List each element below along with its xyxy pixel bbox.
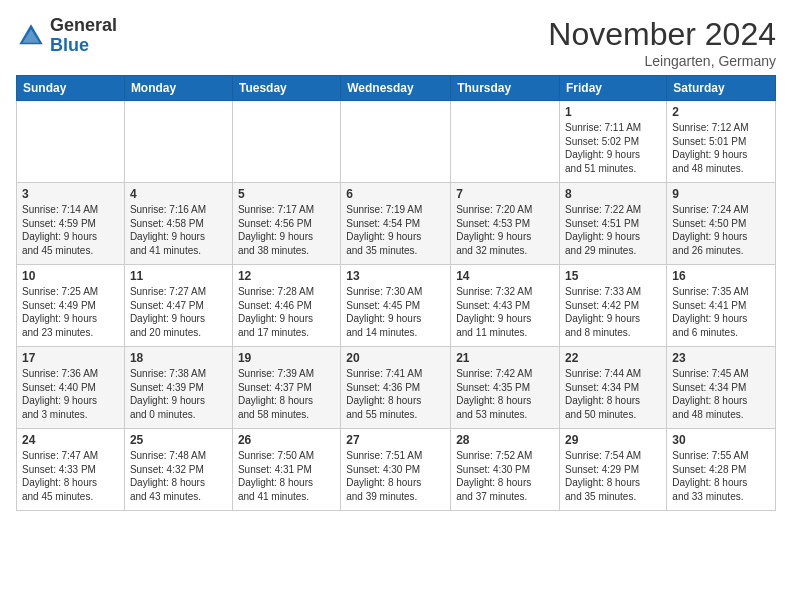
weekday-header-tuesday: Tuesday [232,76,340,101]
calendar-cell [232,101,340,183]
calendar-cell [341,101,451,183]
cell-content: Sunrise: 7:48 AM Sunset: 4:32 PM Dayligh… [130,449,227,503]
day-number: 20 [346,351,445,365]
day-number: 13 [346,269,445,283]
cell-content: Sunrise: 7:44 AM Sunset: 4:34 PM Dayligh… [565,367,661,421]
logo: General Blue [16,16,117,56]
calendar-cell: 12Sunrise: 7:28 AM Sunset: 4:46 PM Dayli… [232,265,340,347]
calendar-cell: 4Sunrise: 7:16 AM Sunset: 4:58 PM Daylig… [124,183,232,265]
calendar-body: 1Sunrise: 7:11 AM Sunset: 5:02 PM Daylig… [17,101,776,511]
calendar-cell [17,101,125,183]
day-number: 3 [22,187,119,201]
day-number: 28 [456,433,554,447]
cell-content: Sunrise: 7:33 AM Sunset: 4:42 PM Dayligh… [565,285,661,339]
calendar-cell: 25Sunrise: 7:48 AM Sunset: 4:32 PM Dayli… [124,429,232,511]
cell-content: Sunrise: 7:11 AM Sunset: 5:02 PM Dayligh… [565,121,661,175]
day-number: 9 [672,187,770,201]
calendar-header: SundayMondayTuesdayWednesdayThursdayFrid… [17,76,776,101]
weekday-header-thursday: Thursday [451,76,560,101]
cell-content: Sunrise: 7:54 AM Sunset: 4:29 PM Dayligh… [565,449,661,503]
day-number: 2 [672,105,770,119]
weekday-header-monday: Monday [124,76,232,101]
calendar-week-3: 10Sunrise: 7:25 AM Sunset: 4:49 PM Dayli… [17,265,776,347]
calendar-cell: 16Sunrise: 7:35 AM Sunset: 4:41 PM Dayli… [667,265,776,347]
calendar-cell [124,101,232,183]
day-number: 19 [238,351,335,365]
day-number: 21 [456,351,554,365]
calendar-cell: 21Sunrise: 7:42 AM Sunset: 4:35 PM Dayli… [451,347,560,429]
cell-content: Sunrise: 7:22 AM Sunset: 4:51 PM Dayligh… [565,203,661,257]
location: Leingarten, Germany [548,53,776,69]
calendar-cell: 23Sunrise: 7:45 AM Sunset: 4:34 PM Dayli… [667,347,776,429]
logo-blue: Blue [50,36,117,56]
page-container: General Blue November 2024 Leingarten, G… [0,0,792,519]
title-area: November 2024 Leingarten, Germany [548,16,776,69]
day-number: 29 [565,433,661,447]
cell-content: Sunrise: 7:25 AM Sunset: 4:49 PM Dayligh… [22,285,119,339]
day-number: 10 [22,269,119,283]
cell-content: Sunrise: 7:20 AM Sunset: 4:53 PM Dayligh… [456,203,554,257]
day-number: 24 [22,433,119,447]
calendar-cell: 17Sunrise: 7:36 AM Sunset: 4:40 PM Dayli… [17,347,125,429]
calendar-cell: 20Sunrise: 7:41 AM Sunset: 4:36 PM Dayli… [341,347,451,429]
cell-content: Sunrise: 7:50 AM Sunset: 4:31 PM Dayligh… [238,449,335,503]
calendar-cell: 14Sunrise: 7:32 AM Sunset: 4:43 PM Dayli… [451,265,560,347]
day-number: 5 [238,187,335,201]
logo-icon [16,21,46,51]
calendar-cell: 18Sunrise: 7:38 AM Sunset: 4:39 PM Dayli… [124,347,232,429]
calendar-cell: 7Sunrise: 7:20 AM Sunset: 4:53 PM Daylig… [451,183,560,265]
cell-content: Sunrise: 7:35 AM Sunset: 4:41 PM Dayligh… [672,285,770,339]
day-number: 4 [130,187,227,201]
calendar-cell: 27Sunrise: 7:51 AM Sunset: 4:30 PM Dayli… [341,429,451,511]
calendar-cell: 26Sunrise: 7:50 AM Sunset: 4:31 PM Dayli… [232,429,340,511]
calendar-cell: 5Sunrise: 7:17 AM Sunset: 4:56 PM Daylig… [232,183,340,265]
day-number: 23 [672,351,770,365]
cell-content: Sunrise: 7:30 AM Sunset: 4:45 PM Dayligh… [346,285,445,339]
day-number: 27 [346,433,445,447]
cell-content: Sunrise: 7:32 AM Sunset: 4:43 PM Dayligh… [456,285,554,339]
calendar-cell: 15Sunrise: 7:33 AM Sunset: 4:42 PM Dayli… [560,265,667,347]
day-number: 12 [238,269,335,283]
day-number: 18 [130,351,227,365]
calendar-week-1: 1Sunrise: 7:11 AM Sunset: 5:02 PM Daylig… [17,101,776,183]
calendar-cell: 8Sunrise: 7:22 AM Sunset: 4:51 PM Daylig… [560,183,667,265]
calendar-cell: 6Sunrise: 7:19 AM Sunset: 4:54 PM Daylig… [341,183,451,265]
day-number: 30 [672,433,770,447]
calendar-cell: 11Sunrise: 7:27 AM Sunset: 4:47 PM Dayli… [124,265,232,347]
day-number: 14 [456,269,554,283]
cell-content: Sunrise: 7:17 AM Sunset: 4:56 PM Dayligh… [238,203,335,257]
logo-text: General Blue [50,16,117,56]
cell-content: Sunrise: 7:51 AM Sunset: 4:30 PM Dayligh… [346,449,445,503]
calendar-cell [451,101,560,183]
weekday-header-saturday: Saturday [667,76,776,101]
cell-content: Sunrise: 7:14 AM Sunset: 4:59 PM Dayligh… [22,203,119,257]
calendar-cell: 28Sunrise: 7:52 AM Sunset: 4:30 PM Dayli… [451,429,560,511]
cell-content: Sunrise: 7:12 AM Sunset: 5:01 PM Dayligh… [672,121,770,175]
calendar-cell: 24Sunrise: 7:47 AM Sunset: 4:33 PM Dayli… [17,429,125,511]
calendar-cell: 22Sunrise: 7:44 AM Sunset: 4:34 PM Dayli… [560,347,667,429]
calendar-cell: 3Sunrise: 7:14 AM Sunset: 4:59 PM Daylig… [17,183,125,265]
header: General Blue November 2024 Leingarten, G… [16,16,776,69]
calendar-cell: 9Sunrise: 7:24 AM Sunset: 4:50 PM Daylig… [667,183,776,265]
weekday-header-sunday: Sunday [17,76,125,101]
cell-content: Sunrise: 7:36 AM Sunset: 4:40 PM Dayligh… [22,367,119,421]
day-number: 15 [565,269,661,283]
weekday-row: SundayMondayTuesdayWednesdayThursdayFrid… [17,76,776,101]
day-number: 8 [565,187,661,201]
calendar-week-4: 17Sunrise: 7:36 AM Sunset: 4:40 PM Dayli… [17,347,776,429]
calendar: SundayMondayTuesdayWednesdayThursdayFrid… [16,75,776,511]
day-number: 17 [22,351,119,365]
calendar-cell: 2Sunrise: 7:12 AM Sunset: 5:01 PM Daylig… [667,101,776,183]
cell-content: Sunrise: 7:41 AM Sunset: 4:36 PM Dayligh… [346,367,445,421]
calendar-cell: 10Sunrise: 7:25 AM Sunset: 4:49 PM Dayli… [17,265,125,347]
cell-content: Sunrise: 7:52 AM Sunset: 4:30 PM Dayligh… [456,449,554,503]
month-title: November 2024 [548,16,776,53]
cell-content: Sunrise: 7:27 AM Sunset: 4:47 PM Dayligh… [130,285,227,339]
cell-content: Sunrise: 7:47 AM Sunset: 4:33 PM Dayligh… [22,449,119,503]
day-number: 22 [565,351,661,365]
logo-general: General [50,16,117,36]
cell-content: Sunrise: 7:45 AM Sunset: 4:34 PM Dayligh… [672,367,770,421]
calendar-cell: 1Sunrise: 7:11 AM Sunset: 5:02 PM Daylig… [560,101,667,183]
cell-content: Sunrise: 7:19 AM Sunset: 4:54 PM Dayligh… [346,203,445,257]
day-number: 25 [130,433,227,447]
